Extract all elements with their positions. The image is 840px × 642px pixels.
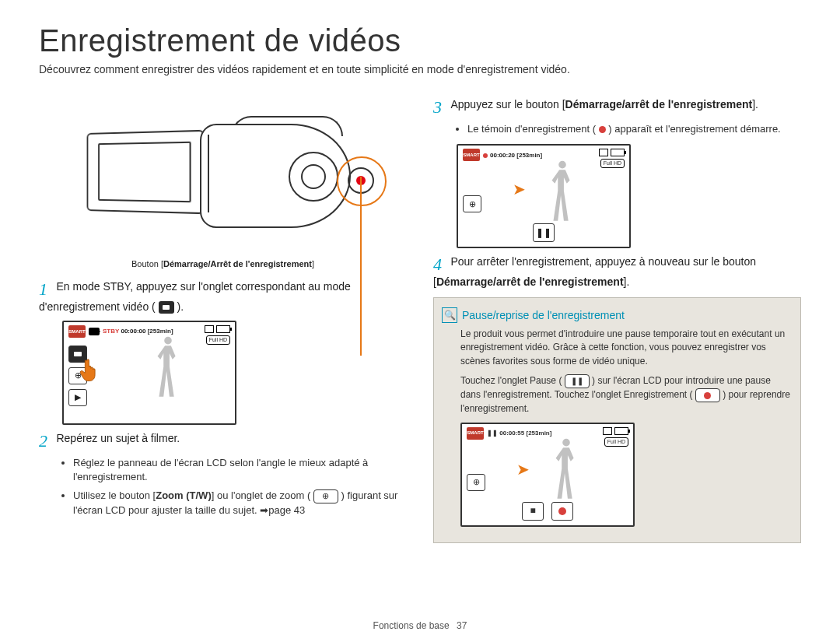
note-title-text: Pause/reprise de l'enregistrement <box>462 309 625 321</box>
step1-text-a: En mode STBY, appuyez sur l'onglet corre… <box>39 280 351 313</box>
resolution-badge: Full HD <box>600 159 625 168</box>
stby-label: STBY <box>103 328 119 335</box>
camcorder-caption: Bouton [Démarrage/Arrêt de l'enregistrem… <box>39 259 407 268</box>
tc-time: 00:00:00 <box>121 328 145 335</box>
note-body: Le produit vous permet d'introduire une … <box>442 328 791 527</box>
s3b: ]. <box>752 98 758 111</box>
s4b: ]. <box>624 275 630 288</box>
page-intro: Découvrez comment enregistrer des vidéos… <box>39 63 801 75</box>
pause-icon: ❚❚ <box>565 374 590 388</box>
step-2: 2 Repérez un sujet à filmer. <box>39 431 407 451</box>
lcd-topbar: SMART STBY 00:00:00 [253min] Full HD <box>68 325 230 345</box>
right-column: 3 Appuyez sur le bouton [Démarrage/arrêt… <box>433 93 801 543</box>
golfer-silhouette <box>152 334 184 409</box>
s3-bold: Démarrage/arrêt de l'enregistrement <box>565 98 753 111</box>
step-2-bullets: Réglez le panneau de l'écran LCD selon l… <box>65 456 407 517</box>
record-icon <box>695 388 720 402</box>
p2a: Touchez l'onglet Pause ( <box>460 375 565 386</box>
note-title: 🔍 Pause/reprise de l'enregistrement <box>442 307 791 323</box>
caption-prefix: Bouton [ <box>131 259 163 268</box>
lcd-bottom-buttons: ❚❚ <box>533 223 555 242</box>
timecode: 00:00:20 [253min] <box>483 152 542 159</box>
record-button-icon <box>551 502 573 521</box>
record-indicator-icon <box>599 126 606 133</box>
lcd-screenshot-stby: SMART STBY 00:00:00 [253min] Full HD ⊕ ▶ <box>62 321 236 425</box>
footer-page-number: 37 <box>457 620 467 631</box>
camcorder-lens <box>289 152 338 202</box>
note-p2: Touchez l'onglet Pause ( ❚❚ ) sur l'écra… <box>460 374 791 416</box>
step1-text-b: ). <box>174 300 184 313</box>
pointer-arrow-icon: ➤ <box>513 180 526 198</box>
step-number: 1 <box>39 279 53 300</box>
magnifier-icon: 🔍 <box>442 307 457 323</box>
tc-remaining: [253min] <box>527 430 552 437</box>
zoom-tab-icon: ⊕ <box>467 474 485 491</box>
play-tab-icon: ▶ <box>68 389 87 406</box>
tc-time: 00:00:20 <box>490 152 515 159</box>
golfer-silhouette <box>547 158 578 233</box>
step-1: 1 En mode STBY, appuyez sur l'onglet cor… <box>39 279 407 314</box>
stop-button-icon: ■ <box>522 502 544 521</box>
bullet: Utilisez le bouton [Zoom (T/W)] ou l'ong… <box>73 489 407 517</box>
s4-bold: Démarrage/arrêt de l'enregistrement <box>436 275 624 288</box>
note-pause-resume: 🔍 Pause/reprise de l'enregistrement Le p… <box>433 297 801 543</box>
battery-icon <box>614 427 628 435</box>
lcd-screenshot-recording: SMART 00:00:20 [253min] Full HD ➤ ⊕ ❚ <box>457 144 631 248</box>
videocam-icon <box>89 328 100 335</box>
step-number: 3 <box>433 97 447 118</box>
lcd-screenshot-pause: SMART ❚❚ 00:00:55 [253min] Full HD ➤ ⊕ <box>460 423 635 527</box>
battery-icon <box>216 325 230 333</box>
b1b: ) apparaît et l'enregistrement démarre. <box>606 123 781 135</box>
bullet: Réglez le panneau de l'écran LCD selon l… <box>73 456 407 484</box>
b2a: Utilisez le bouton [ <box>73 489 156 501</box>
step-text: En mode STBY, appuyez sur l'onglet corre… <box>39 280 351 313</box>
camcorder-seam <box>208 135 209 212</box>
resolution-badge: Full HD <box>604 437 628 447</box>
camcorder-flip-screen <box>86 130 204 214</box>
two-columns: Bouton [Démarrage/Arrêt de l'enregistrem… <box>39 93 801 543</box>
lcd-topbar: SMART ❚❚ 00:00:55 [253min] Full HD <box>467 427 628 447</box>
step-text: Pour arrêter l'enregistrement, appuyez à… <box>433 255 756 288</box>
caption-bold: Démarrage/Arrêt de l'enregistrement <box>163 259 312 268</box>
tc-remaining: [253min] <box>516 152 542 159</box>
resolution-badge: Full HD <box>206 335 230 345</box>
footer-section: Fonctions de base <box>373 620 450 631</box>
camcorder-illustration <box>75 93 371 256</box>
smart-badge: SMART <box>68 325 86 338</box>
golfer-silhouette <box>551 436 582 510</box>
caption-suffix: ] <box>312 259 314 268</box>
pause-button-icon: ❚❚ <box>533 223 555 242</box>
step-3-bullets: Le témoin d'enregistrement ( ) apparaît … <box>460 122 801 136</box>
lcd-bottom-buttons: ■ <box>522 502 573 521</box>
b2-bold: Zoom (T/W) <box>156 489 211 501</box>
note-p1: Le produit vous permet d'introduire une … <box>460 328 791 368</box>
battery-icon <box>611 149 625 156</box>
b2b: ] ou l'onglet de zoom ( <box>212 489 313 501</box>
s3a: Appuyez sur le bouton [ <box>450 98 565 111</box>
step-number: 2 <box>39 431 53 451</box>
pointer-arrow-icon: ➤ <box>516 458 530 481</box>
card-icon <box>603 427 612 435</box>
callout-leader-line <box>360 177 362 356</box>
b1a: Le témoin d'enregistrement ( <box>467 123 599 135</box>
page-footer: Fonctions de base 37 <box>0 620 840 631</box>
step-number: 4 <box>433 254 447 275</box>
zoom-icon: ⊕ <box>313 489 338 503</box>
page-ref: ➡page 43 <box>260 504 305 516</box>
step-4: 4 Pour arrêter l'enregistrement, appuyez… <box>433 254 801 289</box>
video-mode-icon <box>159 301 174 314</box>
step-text: Appuyez sur le bouton [Démarrage/arrêt d… <box>450 98 758 111</box>
tc-time: 00:00:55 <box>499 430 524 437</box>
card-icon <box>599 149 608 156</box>
timecode: ❚❚ 00:00:55 [253min] <box>487 429 551 438</box>
pause-glyph: ❚❚ <box>487 430 498 437</box>
step-text: Repérez un sujet à filmer. <box>56 432 180 444</box>
lcd-side-buttons: ⊕ <box>467 474 485 491</box>
touch-hand-icon <box>78 356 104 383</box>
page-title: Enregistrement de vidéos <box>39 23 801 58</box>
zoom-tab-icon: ⊕ <box>463 195 481 212</box>
smart-badge: SMART <box>467 427 484 440</box>
manual-page: Enregistrement de vidéos Découvrez comme… <box>0 0 840 642</box>
step-3: 3 Appuyez sur le bouton [Démarrage/arrêt… <box>433 97 801 118</box>
rec-indicator <box>483 152 490 159</box>
